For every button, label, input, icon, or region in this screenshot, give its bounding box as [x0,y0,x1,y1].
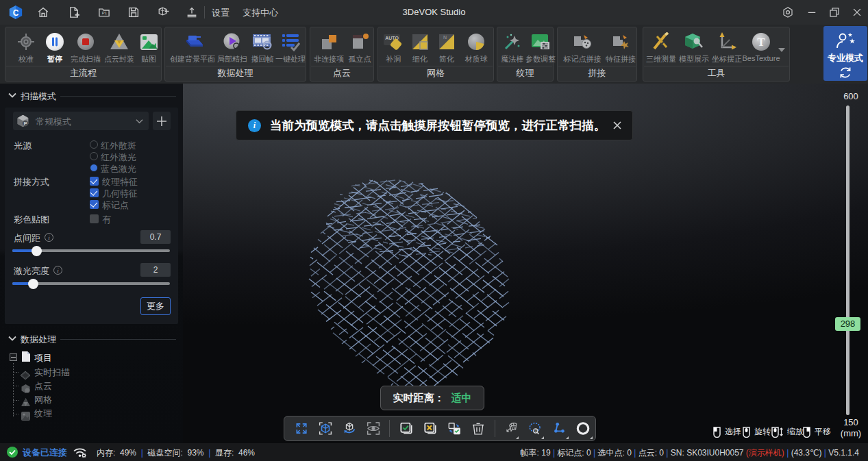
svg-text:Q: Q [535,429,538,433]
svg-text:T: T [757,36,765,49]
svg-text:N: N [443,35,447,40]
svg-text:P: P [23,121,27,127]
